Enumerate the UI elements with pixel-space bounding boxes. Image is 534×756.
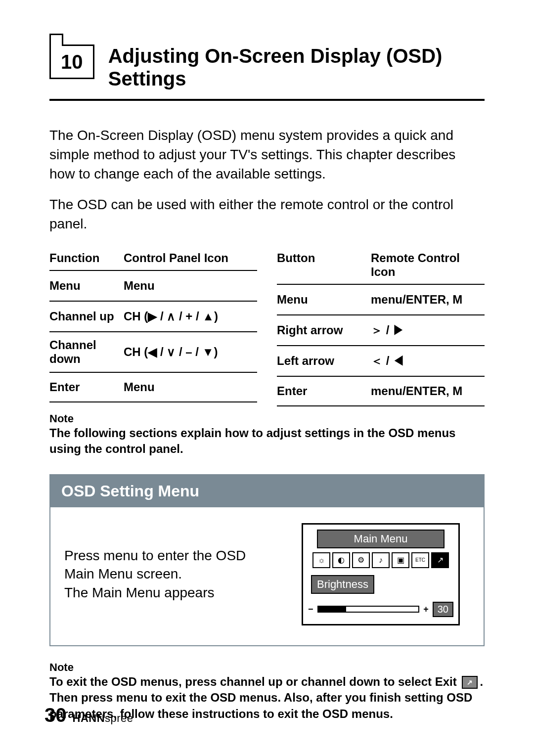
controls-table: Function Control Panel Icon Menu Menu Ch… [49,248,485,406]
note-label: Note [49,412,485,425]
th-panel-icon: Control Panel Icon [124,251,257,265]
cell-function: Channel down [49,338,124,366]
cell-remote-icon: ＞ / ▶ [371,322,485,338]
settings-icon: ⚙ [352,552,370,568]
osd-screen-title: Main Menu [317,530,444,548]
cell-remote-icon: ＜ / ◀ [371,353,485,369]
brand-logo: HANNspree [73,712,134,725]
chapter-header: 10 Adjusting On-Screen Display (OSD) Set… [49,44,485,101]
note-1: Note The following sections explain how … [49,412,485,457]
note-text: The following sections explain how to ad… [49,425,485,457]
table-row: Enter menu/ENTER, M [277,376,485,406]
intro-paragraph-2: The OSD can be used with either the remo… [49,195,485,233]
osd-main-menu-screen: Main Menu ☼ ◐ ⚙ ♪ ▣ ETC ↗ Brightness − [302,523,460,625]
controls-table-right: Button Remote Control Icon Menu menu/ENT… [277,248,485,406]
th-button: Button [277,251,371,279]
chapter-number: 10 [61,51,83,73]
th-function: Function [49,251,124,265]
cell-function: Channel up [49,310,124,323]
cell-function: Menu [49,279,124,293]
osd-icon-row: ☼ ◐ ⚙ ♪ ▣ ETC ↗ [303,552,458,572]
page-number: 30 [44,704,67,726]
cell-button: Left arrow [277,354,371,368]
note-label: Note [49,661,485,674]
cell-panel-icon: Menu [124,279,257,293]
audio-icon: ♪ [372,552,390,568]
table-row: Right arrow ＞ / ▶ [277,314,485,345]
cell-button: Enter [277,384,371,398]
etc-icon: ETC [411,552,429,568]
table-row: Menu Menu [49,270,257,301]
table-row: Left arrow ＜ / ◀ [277,345,485,376]
chapter-number-box: 10 [49,44,94,79]
table-row: Channel up CH (▶ / ∧ / + / ▲) [49,301,257,331]
slider-track [317,606,420,613]
osd-setting-label: Brightness [311,575,374,594]
brand-bold: HANN [73,712,105,724]
cell-panel-icon: CH (▶ / ∧ / + / ▲) [124,310,257,323]
exit-icon: ↗ [462,676,478,689]
cell-function: Enter [49,380,124,394]
osd-screen-wrap: Main Menu ☼ ◐ ⚙ ♪ ▣ ETC ↗ Brightness − [292,523,470,625]
picture-icon: ▣ [392,552,409,568]
exit-icon: ↗ [431,552,449,568]
plus-icon: + [423,604,429,615]
cell-remote-icon: menu/ENTER, M [371,384,485,398]
table-row: Enter Menu [49,372,257,402]
osd-box-title: OSD Setting Menu [50,475,484,507]
osd-setting-box: OSD Setting Menu Press menu to enter the… [49,474,485,646]
table-row: Channel down CH (◀ / ∨ / – / ▼) [49,331,257,372]
chapter-title: Adjusting On-Screen Display (OSD) Settin… [108,44,485,90]
cell-button: Menu [277,293,371,307]
cell-button: Right arrow [277,323,371,337]
slider-value: 30 [433,602,453,617]
table-row: Menu menu/ENTER, M [277,284,485,314]
osd-slider: − + 30 [303,599,458,624]
brightness-icon: ☼ [312,552,330,568]
th-remote-icon: Remote Control Icon [371,251,485,279]
cell-panel-icon: CH (◀ / ∨ / – / ▼) [124,345,257,359]
cell-remote-icon: menu/ENTER, M [371,293,485,307]
slider-fill [318,607,347,612]
note2-text-a: To exit the OSD menus, press channel up … [49,675,460,688]
page-footer: 30 HANNspree [44,704,134,726]
chapter-tab-decor [49,34,63,46]
intro-paragraph-1: The On-Screen Display (OSD) menu system … [49,126,485,184]
osd-instruction: Press menu to enter the OSD Main Menu sc… [64,546,277,602]
minus-icon: − [308,604,313,615]
brand-rest: spree [105,712,134,724]
cell-panel-icon: Menu [124,380,257,394]
contrast-icon: ◐ [332,552,350,568]
controls-table-left: Function Control Panel Icon Menu Menu Ch… [49,248,257,406]
